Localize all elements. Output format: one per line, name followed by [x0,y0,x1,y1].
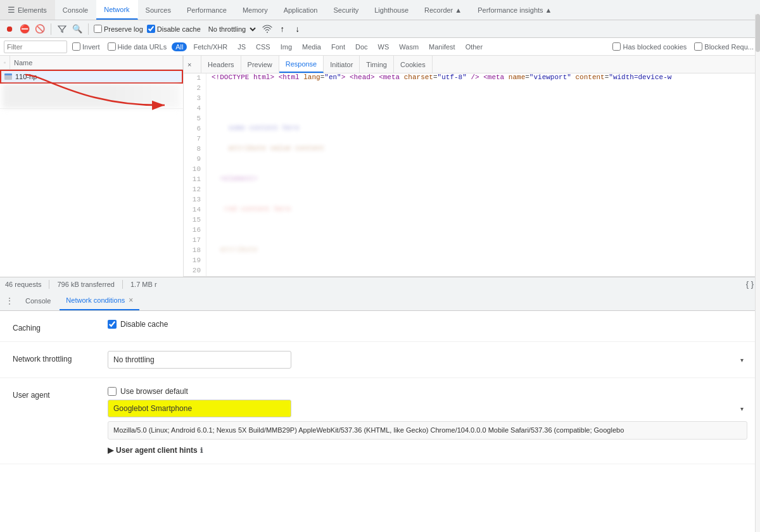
nc-ua-select[interactable]: Googlebot Smartphone Chrome - Android Ch… [108,400,291,417]
code-line-10: 10 [184,165,760,175]
filter-manifest[interactable]: Manifest [425,42,459,51]
code-line-20: 20 [184,266,760,276]
nc-ua-select-wrap: Googlebot Smartphone Chrome - Android Ch… [108,400,747,417]
line-num-8: 8 [184,144,206,155]
nc-caching-label: Caching [13,320,95,332]
upload-button[interactable]: ↑ [277,23,288,35]
clear-button[interactable]: 🚫 [34,23,46,35]
hide-data-urls-checkbox[interactable] [108,42,116,51]
invert-label[interactable]: Invert [70,42,103,51]
nc-ua-arrow-icon: ▾ [740,405,744,412]
nc-disable-cache-row[interactable]: Disable cache [108,320,747,329]
req-tab-close-icon[interactable]: × [184,56,201,73]
tab-performance[interactable]: Performance [179,0,235,20]
preserve-log-label[interactable]: Preserve log [94,25,143,33]
filter-img[interactable]: Img [277,42,296,51]
filter-font[interactable]: Font [327,42,349,51]
filter-button[interactable] [56,23,68,35]
filter-fetch-xhr[interactable]: Fetch/XHR [189,42,231,51]
filter-media[interactable]: Media [298,42,325,51]
tab-elements-label: Elements [18,6,47,14]
devtools-tab-bar: ☰ Elements Console Network Sources Perfo… [0,0,760,20]
tab-network[interactable]: Network [96,0,137,20]
nc-throttling-label: Network throttling [13,351,95,364]
req-tab-headers[interactable]: Headers [201,56,241,73]
format-button[interactable]: { } [745,279,755,289]
line-num-12: 12 [184,185,206,195]
blocked-reqs-label[interactable]: Blocked Requ... [692,42,756,51]
download-button[interactable]: ↓ [292,23,303,35]
tab-console[interactable]: Console [55,0,96,20]
nc-ua-hints[interactable]: ▶ User agent client hints ℹ [108,443,747,455]
nc-browser-default-checkbox[interactable] [108,387,117,396]
req-tab-cookies-label: Cookies [400,61,426,68]
nc-disable-cache-text: Disable cache [120,320,168,329]
filter-all[interactable]: All [172,42,187,51]
code-line-19: 19 [184,256,760,266]
filter-js[interactable]: JS [234,42,250,51]
line-num-1: 1 [184,73,206,84]
drawer-tab-network-conditions[interactable]: Network conditions × [60,291,139,310]
network-request-list[interactable]: 110-hp- [0,70,183,277]
net-row-1-icon [4,72,13,81]
req-tab-initiator[interactable]: Initiator [324,56,360,73]
line-num-4: 4 [184,104,206,114]
hide-data-urls-label[interactable]: Hide data URLs [105,42,170,51]
filter-doc[interactable]: Doc [352,42,372,51]
nc-browser-default-row[interactable]: Use browser default [108,387,747,396]
invert-checkbox[interactable] [72,42,80,51]
disable-cache-label[interactable]: Disable cache [147,25,201,33]
filter-ws[interactable]: WS [374,42,393,51]
net-row-2-blur [3,84,180,108]
blocked-reqs-checkbox[interactable] [694,42,702,51]
code-line-18: 18 attribute [184,246,760,256]
tab-recorder[interactable]: Recorder ▲ [417,0,470,20]
req-tab-response[interactable]: Response [279,56,324,73]
tab-network-label: Network [104,6,129,13]
line-num-16: 16 [184,225,206,236]
filter-css[interactable]: CSS [252,42,274,51]
tab-console-label: Console [63,6,88,14]
request-tabs: × Headers Preview Response Initiator Tim… [184,56,760,73]
disable-cache-checkbox[interactable] [147,25,155,33]
drawer-menu-icon[interactable]: ⋮ [5,296,14,306]
has-blocked-cookies-checkbox[interactable] [612,42,621,51]
req-tab-preview[interactable]: Preview [241,56,279,73]
tab-memory[interactable]: Memory [235,0,276,20]
nc-caching-control: Disable cache [108,320,747,329]
tab-security[interactable]: Security [326,0,367,20]
req-tab-timing[interactable]: Timing [360,56,394,73]
wifi-icon[interactable] [262,23,273,35]
line-content-2 [206,84,212,94]
filter-wasm[interactable]: Wasm [395,42,422,51]
req-tab-cookies[interactable]: Cookies [394,56,433,73]
response-code-viewer[interactable]: 1 <!DOCTYPE html> <html lang="en"> <head… [184,73,760,277]
code-line-2: 2 [184,84,760,94]
search-button[interactable]: 🔍 [72,23,83,35]
tab-application[interactable]: Application [276,0,326,20]
line-num-20: 20 [184,266,206,276]
info-icon: ℹ [200,446,203,455]
hide-data-urls-text: Hide data URLs [118,43,167,51]
throttle-select[interactable]: No throttling Fast 3G Slow 3G [205,25,258,34]
record-button[interactable]: ⏺ [4,23,15,35]
net-row-2[interactable] [0,84,183,109]
code-line-9: 9 [184,155,760,165]
drawer-tab-console[interactable]: Console [19,291,57,310]
tab-performance-insights[interactable]: Performance insights ▲ [470,0,560,20]
drawer-close-nc[interactable]: × [129,296,133,305]
net-row-1[interactable]: 110-hp- [0,70,183,84]
stop-button[interactable]: ⛔ [19,23,30,35]
preserve-log-checkbox[interactable] [94,25,102,33]
filter-input[interactable] [4,41,67,53]
filter-other[interactable]: Other [462,42,487,51]
tab-sources[interactable]: Sources [138,0,179,20]
has-blocked-cookies-label[interactable]: Has blocked cookies [610,42,689,51]
tab-elements[interactable]: ☰ Elements [0,0,55,20]
nc-user-agent-row: User agent Use browser default Googlebot… [0,378,760,464]
tab-security-label: Security [333,6,358,14]
nc-disable-cache-checkbox[interactable] [108,320,117,329]
nc-throttling-select[interactable]: No throttling Fast 3G Slow 3G Custom... [108,351,291,369]
disable-cache-text: Disable cache [157,25,201,33]
tab-lighthouse[interactable]: Lighthouse [367,0,417,20]
